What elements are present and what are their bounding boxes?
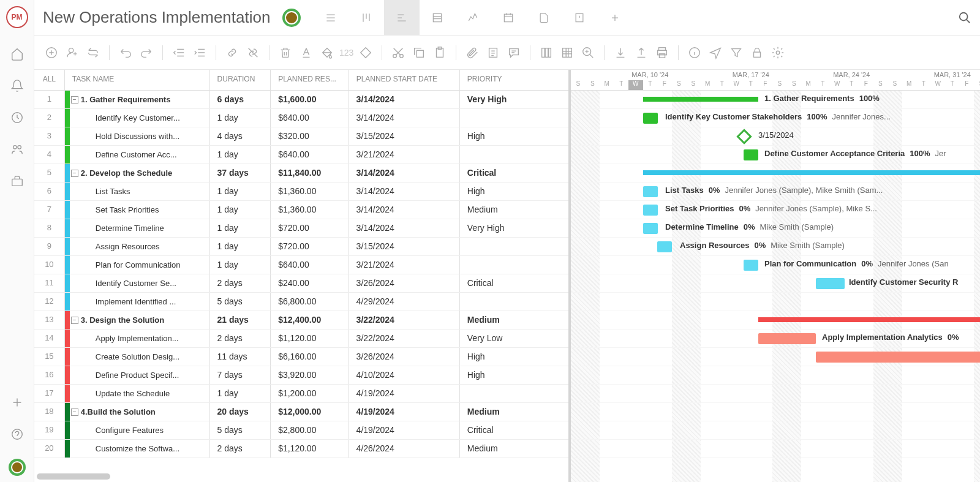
duration-cell[interactable]: 2 days bbox=[210, 440, 271, 458]
task-name-cell[interactable]: Identify Customer Se... bbox=[65, 274, 210, 292]
outdent-icon[interactable] bbox=[170, 44, 187, 61]
priority-cell[interactable] bbox=[460, 256, 568, 274]
gantt-task-bar[interactable] bbox=[657, 241, 672, 252]
priority-cell[interactable] bbox=[460, 238, 568, 255]
task-name-cell[interactable]: Configure Features bbox=[65, 421, 210, 439]
task-row[interactable]: 11 Identify Customer Se... 2 days $240.0… bbox=[34, 274, 568, 293]
cost-cell[interactable]: $12,000.00 bbox=[271, 403, 349, 421]
line-number-icon[interactable]: 123 bbox=[339, 48, 353, 58]
date-cell[interactable]: 3/15/2024 bbox=[349, 238, 460, 255]
cost-cell[interactable]: $6,160.00 bbox=[271, 348, 349, 366]
priority-cell[interactable] bbox=[460, 385, 568, 402]
date-cell[interactable]: 3/22/2024 bbox=[349, 329, 460, 347]
cost-cell[interactable]: $1,120.00 bbox=[271, 329, 349, 347]
duration-cell[interactable]: 2 days bbox=[210, 274, 271, 292]
priority-cell[interactable]: Very High bbox=[460, 219, 568, 237]
home-icon[interactable] bbox=[10, 47, 24, 61]
duration-cell[interactable]: 4 days bbox=[210, 127, 271, 145]
priority-cell[interactable]: Medium bbox=[460, 403, 568, 421]
send-icon[interactable] bbox=[707, 44, 724, 61]
task-row[interactable]: 8 Determine Timeline 1 day $720.00 3/14/… bbox=[34, 219, 568, 238]
milestone-icon[interactable] bbox=[357, 44, 374, 61]
copy-icon[interactable] bbox=[410, 44, 428, 61]
duration-cell[interactable]: 6 days bbox=[210, 91, 271, 108]
duration-cell[interactable]: 1 day bbox=[210, 219, 271, 237]
sync-icon[interactable] bbox=[85, 44, 102, 61]
collapse-icon[interactable]: − bbox=[71, 170, 78, 177]
priority-cell[interactable]: Medium bbox=[460, 201, 568, 219]
indent-icon[interactable] bbox=[191, 44, 208, 61]
gantt-row[interactable] bbox=[571, 366, 980, 385]
task-name-cell[interactable]: Set Task Priorities bbox=[65, 201, 210, 219]
col-task-name[interactable]: TASK NAME bbox=[65, 70, 210, 90]
collapse-icon[interactable]: − bbox=[71, 317, 78, 324]
add-view-icon[interactable] bbox=[597, 0, 633, 36]
columns-icon[interactable] bbox=[538, 44, 555, 61]
task-name-cell[interactable]: Identify Key Customer... bbox=[65, 109, 210, 127]
date-cell[interactable]: 4/19/2024 bbox=[349, 385, 460, 402]
priority-cell[interactable]: Critical bbox=[460, 164, 568, 182]
undo-icon[interactable] bbox=[117, 44, 134, 61]
priority-cell[interactable]: Very High bbox=[460, 91, 568, 108]
sheet-view-icon[interactable] bbox=[420, 0, 455, 36]
date-cell[interactable]: 4/10/2024 bbox=[349, 366, 460, 384]
paste-icon[interactable] bbox=[431, 44, 448, 61]
priority-cell[interactable]: High bbox=[460, 348, 568, 366]
duration-cell[interactable]: 1 day bbox=[210, 256, 271, 274]
priority-cell[interactable] bbox=[460, 146, 568, 164]
bell-icon[interactable] bbox=[10, 78, 24, 93]
cost-cell[interactable]: $640.00 bbox=[271, 109, 349, 127]
cost-cell[interactable]: $720.00 bbox=[271, 238, 349, 255]
priority-cell[interactable]: Medium bbox=[460, 311, 568, 329]
task-row[interactable]: 6 List Tasks 1 day $1,360.00 3/14/2024 H… bbox=[34, 183, 568, 201]
date-cell[interactable]: 3/26/2024 bbox=[349, 348, 460, 366]
add-task-icon[interactable] bbox=[43, 44, 60, 61]
gantt-row[interactable] bbox=[571, 293, 980, 311]
task-name-cell[interactable]: −2. Develop the Schedule bbox=[65, 164, 210, 182]
gantt-row[interactable]: Apply Implementation Analytics0% bbox=[571, 329, 980, 348]
user-avatar[interactable] bbox=[9, 459, 26, 476]
priority-cell[interactable]: Critical bbox=[460, 421, 568, 439]
priority-cell[interactable]: Medium bbox=[460, 440, 568, 458]
task-row[interactable]: 5 −2. Develop the Schedule 37 days $11,8… bbox=[34, 164, 568, 183]
gantt-task-bar[interactable] bbox=[643, 205, 658, 216]
gantt-summary-bar[interactable] bbox=[758, 317, 980, 322]
task-row[interactable]: 17 Update the Schedule 1 day $1,200.00 4… bbox=[34, 385, 568, 403]
task-name-cell[interactable]: −3. Design the Solution bbox=[65, 311, 210, 329]
duration-cell[interactable]: 21 days bbox=[210, 311, 271, 329]
risk-view-icon[interactable] bbox=[562, 0, 597, 36]
briefcase-icon[interactable] bbox=[10, 174, 24, 189]
priority-cell[interactable] bbox=[460, 293, 568, 311]
task-row[interactable]: 15 Create Solution Desig... 11 days $6,1… bbox=[34, 348, 568, 366]
gantt-row[interactable] bbox=[571, 385, 980, 403]
date-cell[interactable]: 3/15/2024 bbox=[349, 127, 460, 145]
gantt-row[interactable]: Assign Resources0%Mike Smith (Sample) bbox=[571, 238, 980, 256]
gantt-row[interactable]: Define Customer Acceptance Criteria100%J… bbox=[571, 146, 980, 164]
col-start-date[interactable]: PLANNED START DATE bbox=[349, 70, 460, 90]
cost-cell[interactable]: $640.00 bbox=[271, 256, 349, 274]
date-cell[interactable]: 3/26/2024 bbox=[349, 274, 460, 292]
cost-cell[interactable]: $12,400.00 bbox=[271, 311, 349, 329]
task-row[interactable]: 1 −1. Gather Requirements 6 days $1,600.… bbox=[34, 91, 568, 109]
task-row[interactable]: 3 Hold Discussions with... 4 days $320.0… bbox=[34, 127, 568, 146]
cost-cell[interactable]: $1,120.00 bbox=[271, 440, 349, 458]
gantt-row[interactable] bbox=[571, 348, 980, 366]
gantt-row[interactable] bbox=[571, 440, 980, 458]
gantt-row[interactable] bbox=[571, 403, 980, 421]
collapse-icon[interactable]: − bbox=[71, 96, 78, 104]
gantt-task-bar[interactable] bbox=[643, 113, 658, 124]
gantt-task-bar[interactable] bbox=[816, 352, 980, 363]
gantt-row[interactable]: List Tasks0%Jennifer Jones (Sample), Mik… bbox=[571, 183, 980, 201]
gantt-row[interactable]: Identify Customer Security R bbox=[571, 274, 980, 293]
settings-icon[interactable] bbox=[769, 44, 786, 61]
import-icon[interactable] bbox=[612, 44, 629, 61]
priority-cell[interactable]: High bbox=[460, 127, 568, 145]
horizontal-scrollbar[interactable] bbox=[37, 473, 110, 480]
delete-icon[interactable] bbox=[277, 44, 294, 61]
gantt-row[interactable]: 1. Gather Requirements100% bbox=[571, 91, 980, 109]
duration-cell[interactable]: 1 day bbox=[210, 183, 271, 200]
cost-cell[interactable]: $11,840.00 bbox=[271, 164, 349, 182]
gantt-row[interactable]: Plan for Communication0%Jennifer Jones (… bbox=[571, 256, 980, 274]
cost-cell[interactable]: $6,800.00 bbox=[271, 293, 349, 311]
date-cell[interactable]: 4/26/2024 bbox=[349, 440, 460, 458]
